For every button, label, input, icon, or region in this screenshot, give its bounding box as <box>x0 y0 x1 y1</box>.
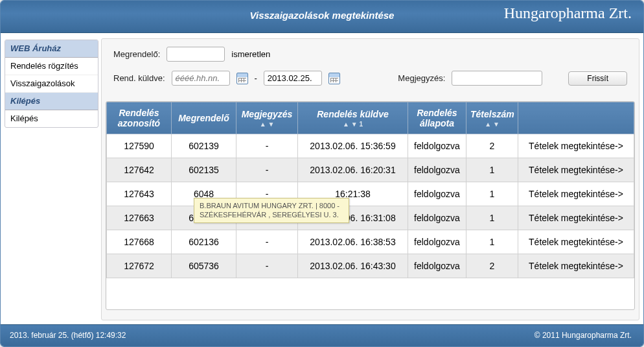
sidebar-item-kilepes[interactable]: Kilépés <box>5 110 98 127</box>
cell-megjegyzes: - <box>236 134 298 158</box>
table-row: 127642602135-2013.02.06. 16:20:31feldolg… <box>107 158 634 182</box>
cell-rendeles_azonosito: 127642 <box>107 158 172 182</box>
date-from-input[interactable] <box>172 71 230 86</box>
table-row: 127668602136-2013.02.06. 16:38:53feldolg… <box>107 230 634 254</box>
main-content: Megrendelő: ismeretlen Rend. küldve: - M… <box>101 38 639 320</box>
col-megrendelo[interactable]: Megrendelő <box>172 102 236 134</box>
cell-rendeles_azonosito: 127672 <box>107 254 172 278</box>
view-items-link[interactable]: Tételek megtekintése-> <box>518 206 634 230</box>
col-tetelszam[interactable]: Tételszám▲ ▼ <box>466 102 518 134</box>
cell-rendeles_kuldve: 2013.02.06. 16:43:30 <box>298 254 408 278</box>
cell-tetelszam: 1 <box>466 206 518 230</box>
footer-copyright: © 2011 Hungaropharma Zrt. <box>535 331 632 340</box>
sidebar-item-rendeles-rogzites[interactable]: Rendelés rögzítés <box>5 58 98 75</box>
view-items-link[interactable]: Tételek megtekintése-> <box>518 134 634 158</box>
header-bar: Visszaigazolások megtekintése Hungaropha… <box>1 1 643 33</box>
view-items-link[interactable]: Tételek megtekintése-> <box>518 230 634 254</box>
cell-rendeles_allapota: feldolgozva <box>408 182 466 206</box>
calendar-icon[interactable] <box>236 73 248 84</box>
cell-rendeles_allapota: feldolgozva <box>408 254 466 278</box>
view-items-link[interactable]: Tételek megtekintése-> <box>518 254 634 278</box>
footer-datetime: 2013. február 25. (hétfő) 12:49:32 <box>10 331 126 340</box>
col-rendeles-allapota[interactable]: Rendelés állapota <box>408 102 466 134</box>
col-view <box>518 102 634 134</box>
cell-tetelszam: 1 <box>466 230 518 254</box>
view-items-link[interactable]: Tételek megtekintése-> <box>518 182 634 206</box>
table-row: 127672605736-2013.02.06. 16:43:30feldolg… <box>107 254 634 278</box>
table-row: 1276436048-16:21:38feldolgozva1Tételek m… <box>107 182 634 206</box>
sidebar: WEB Áruház Rendelés rögzítés Visszaigazo… <box>5 40 98 128</box>
filter-bar: Megrendelő: ismeretlen Rend. küldve: - M… <box>102 39 639 101</box>
cell-megrendelo: 602135 <box>172 158 236 182</box>
megjegyzes-input[interactable] <box>452 71 542 86</box>
cell-megrendelo: 605736 <box>172 254 236 278</box>
cell-rendeles_allapota: feldolgozva <box>408 134 466 158</box>
megrendelo-input[interactable] <box>167 47 225 62</box>
col-rendeles-kuldve[interactable]: Rendelés küldve▲ ▼ 1 <box>298 102 408 134</box>
cell-rendeles_kuldve: 2013.02.06. 15:36:59 <box>298 134 408 158</box>
table-row: 127663602135-2013.02.06. 16:31:08feldolg… <box>107 206 634 230</box>
cell-megrendelo: 602139 <box>172 134 236 158</box>
cell-megjegyzes: - <box>236 230 298 254</box>
cell-tetelszam: 1 <box>466 182 518 206</box>
cell-rendeles_kuldve: 2013.02.06. 16:38:53 <box>298 230 408 254</box>
cell-megrendelo: 602136 <box>172 230 236 254</box>
sidebar-header-webaruhaz[interactable]: WEB Áruház <box>5 40 98 58</box>
col-rendeles-azonosito[interactable]: Rendelés azonosító <box>107 102 172 134</box>
refresh-button[interactable]: Frissít <box>568 71 627 86</box>
megrendelo-label: Megrendelő: <box>113 49 160 59</box>
sidebar-item-visszaigazolasok[interactable]: Visszaigazolások <box>5 75 98 93</box>
date-to-input[interactable] <box>264 71 322 86</box>
cell-megjegyzes: - <box>236 254 298 278</box>
cell-tetelszam: 2 <box>466 134 518 158</box>
cell-tetelszam: 1 <box>466 158 518 182</box>
view-items-link[interactable]: Tételek megtekintése-> <box>518 158 634 182</box>
cell-rendeles_allapota: feldolgozva <box>408 230 466 254</box>
table-container[interactable]: Rendelés azonosító Megrendelő Megjegyzés… <box>106 101 635 310</box>
date-range-sep: - <box>255 73 257 83</box>
megjegyzes-label: Megjegyzés: <box>398 73 445 83</box>
orders-table: Rendelés azonosító Megrendelő Megjegyzés… <box>106 102 634 278</box>
cell-rendeles_allapota: feldolgozva <box>408 206 466 230</box>
cell-rendeles_kuldve: 2013.02.06. 16:20:31 <box>298 158 408 182</box>
table-row: 127590602139-2013.02.06. 15:36:59feldolg… <box>107 134 634 158</box>
megrendelo-status: ismeretlen <box>231 49 270 59</box>
cell-megjegyzes: - <box>236 158 298 182</box>
cell-tetelszam: 2 <box>466 254 518 278</box>
cell-rendeles_azonosito: 127663 <box>107 206 172 230</box>
tooltip: B.BRAUN AVITUM HUNGARY ZRT. | 8000 - SZÉ… <box>194 198 349 223</box>
calendar-icon[interactable] <box>328 73 340 84</box>
cell-rendeles_allapota: feldolgozva <box>408 158 466 182</box>
brand-label: Hungaropharma Zrt. <box>504 5 632 22</box>
footer-bar: 2013. február 25. (hétfő) 12:49:32 © 201… <box>1 324 643 346</box>
cell-rendeles_azonosito: 127590 <box>107 134 172 158</box>
rendkuldve-label: Rend. küldve: <box>113 73 165 83</box>
col-megjegyzes[interactable]: Megjegyzés▲ ▼ <box>236 102 298 134</box>
cell-rendeles_azonosito: 127643 <box>107 182 172 206</box>
cell-rendeles_azonosito: 127668 <box>107 230 172 254</box>
sidebar-header-kilepes[interactable]: Kilépés <box>5 93 98 110</box>
